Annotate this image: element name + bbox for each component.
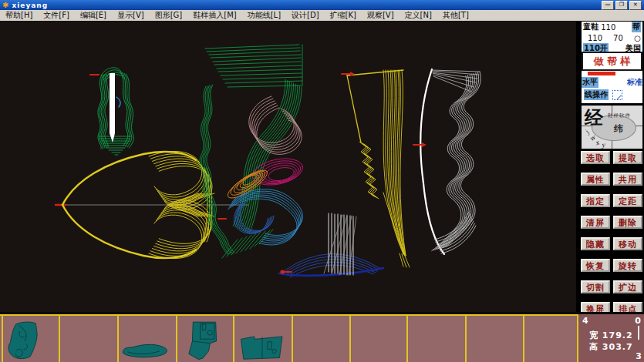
part-thumbnail-3[interactable] bbox=[179, 319, 230, 362]
btn-extract[interactable]: 提取 bbox=[613, 151, 642, 164]
menu-insert-pattern[interactable]: 鞋样插入[M] bbox=[187, 10, 241, 21]
shoe-size: 110 bbox=[601, 23, 615, 32]
width-dim-label: 宽 bbox=[589, 330, 598, 340]
part-thumbnail-4[interactable] bbox=[236, 331, 288, 360]
restore-icon[interactable]: ❐ bbox=[615, 1, 628, 10]
dimension-panel: 4 0 宽 179.2 高 303.7 3 bbox=[577, 314, 644, 362]
white-bar bbox=[110, 73, 115, 142]
part-thumbnail-2[interactable] bbox=[120, 336, 173, 362]
close-icon[interactable]: ✕ bbox=[629, 1, 642, 10]
count-left: 4 bbox=[582, 316, 588, 326]
circle-indicator[interactable]: ○ bbox=[634, 34, 641, 42]
logo-sub-char: 纬 bbox=[614, 122, 623, 136]
count-right: 0 bbox=[635, 316, 641, 326]
line-op-toggle[interactable]: 线操作 bbox=[584, 89, 609, 100]
btn-attributes[interactable]: 属性 bbox=[581, 173, 610, 186]
width-value: 70 bbox=[613, 34, 623, 42]
part-thumbnail-1[interactable] bbox=[5, 319, 56, 362]
window-title: xieyang bbox=[12, 2, 48, 9]
app-icon: ✱ bbox=[2, 2, 8, 9]
pattern-green-boot[interactable] bbox=[200, 45, 305, 258]
menu-define[interactable]: 定义[N] bbox=[400, 10, 437, 21]
scroll-indicator[interactable] bbox=[638, 326, 639, 340]
sidebar: 童鞋 110 帮 110 70 ○ 110开 美国 做 帮 样 水平 标准 线操… bbox=[576, 21, 644, 312]
btn-fixed-distance[interactable]: 定距 bbox=[613, 194, 642, 207]
menu-design[interactable]: 设计[D] bbox=[286, 10, 325, 21]
height-dim-label: 高 bbox=[589, 342, 598, 352]
menu-function-line[interactable]: 功能线[L] bbox=[242, 10, 286, 21]
menu-grading[interactable]: 扩缩[K] bbox=[325, 10, 362, 21]
btn-clear-screen[interactable]: 清屏 bbox=[581, 216, 610, 229]
btn-move[interactable]: 移动 bbox=[613, 237, 642, 250]
menu-file[interactable]: 文件[F] bbox=[38, 10, 75, 21]
pattern-white-back[interactable] bbox=[413, 69, 480, 254]
menu-edit[interactable]: 编辑[E] bbox=[75, 10, 112, 21]
horizontal-toggle[interactable]: 水平 bbox=[582, 77, 598, 88]
menu-help[interactable]: 帮助[H] bbox=[0, 10, 38, 21]
tool-button-grid: 选取 提取 属性 共用 指定 定距 清屏 删除 隐藏 移动 恢复 旋转 切割 扩… bbox=[581, 151, 642, 315]
standard-toggle[interactable]: 标准 bbox=[627, 77, 642, 88]
spec-row-2: 110 70 ○ bbox=[582, 32, 642, 43]
app-window: ✱ xieyang — ❐ ✕ 帮助[H] 文件[F] 编辑[E] 显示[V] … bbox=[0, 0, 644, 362]
parts-strip: 4 0 宽 179.2 高 303.7 3 bbox=[0, 312, 644, 362]
btn-hide[interactable]: 隐藏 bbox=[581, 237, 610, 250]
pattern-small-boot[interactable] bbox=[90, 68, 133, 155]
spec-panel: 童鞋 110 帮 110 70 ○ 110开 美国 做 帮 样 水平 标准 线操… bbox=[582, 22, 642, 103]
mode-row: 水平 标准 bbox=[582, 77, 642, 88]
btn-delete[interactable]: 删除 bbox=[613, 216, 642, 229]
menu-other[interactable]: 其他[T] bbox=[437, 10, 474, 21]
btn-rotate[interactable]: 旋转 bbox=[613, 259, 642, 272]
make-upper-button[interactable]: 做 帮 样 bbox=[582, 52, 642, 71]
spec-row-1: 童鞋 110 帮 bbox=[582, 22, 642, 32]
pattern-blue-sole[interactable] bbox=[279, 213, 383, 277]
pattern-yellow-wing[interactable] bbox=[56, 151, 248, 258]
red-indicator-bar bbox=[588, 72, 615, 75]
btn-share[interactable]: 共用 bbox=[613, 173, 642, 186]
pattern-canvas[interactable] bbox=[0, 21, 576, 312]
line-op-icon[interactable] bbox=[612, 90, 622, 100]
width-dim-value: 179.2 bbox=[602, 330, 633, 340]
page-indicator: 3 bbox=[636, 351, 642, 361]
menu-graphics[interactable]: 图形[G] bbox=[150, 10, 188, 21]
minimize-icon[interactable]: — bbox=[602, 1, 614, 10]
length-value: 110 bbox=[588, 34, 602, 42]
pattern-yellow-quarter[interactable] bbox=[342, 70, 410, 267]
brand-logo: 经 鞋样软件 纬 j w x y bbox=[582, 106, 642, 149]
title-bar: ✱ xieyang — ❐ ✕ bbox=[0, 0, 644, 10]
logo-main-char: 经 bbox=[585, 106, 603, 130]
menu-observe[interactable]: 观察[V] bbox=[362, 10, 400, 21]
btn-expand-edge[interactable]: 扩边 bbox=[613, 280, 642, 293]
line-op-row: 线操作 bbox=[584, 89, 642, 100]
height-dim-value: 303.7 bbox=[602, 342, 633, 352]
btn-assign[interactable]: 指定 bbox=[581, 194, 610, 207]
menu-view[interactable]: 显示[V] bbox=[112, 10, 150, 21]
btn-restore[interactable]: 恢复 bbox=[581, 259, 610, 272]
part-badge[interactable]: 帮 bbox=[632, 22, 641, 32]
btn-cut[interactable]: 切割 bbox=[581, 280, 610, 293]
logo-small-text: 鞋样软件 bbox=[608, 112, 631, 119]
btn-select[interactable]: 选取 bbox=[581, 151, 610, 164]
shoe-type: 童鞋 bbox=[583, 22, 598, 32]
menu-bar: 帮助[H] 文件[F] 编辑[E] 显示[V] 图形[G] 鞋样插入[M] 功能… bbox=[0, 10, 644, 22]
